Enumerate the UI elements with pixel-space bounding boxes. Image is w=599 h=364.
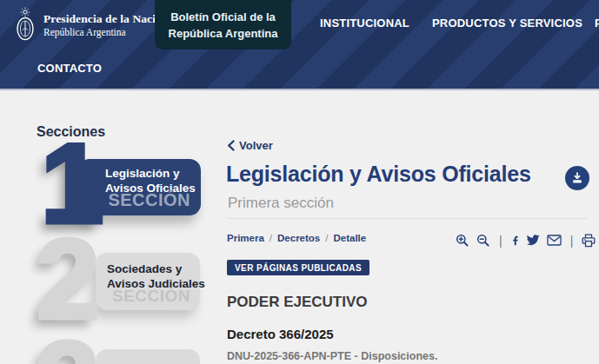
toolbar-separator: |: [569, 234, 576, 248]
page-subtitle: Primera sección: [228, 195, 334, 212]
print-icon[interactable]: [582, 234, 596, 248]
back-label: Volver: [239, 139, 273, 152]
section-tag: SECCIÓN: [108, 190, 190, 210]
nav-item-institucional[interactable]: INSTITUCIONAL: [320, 17, 409, 30]
top-navigation: Presidencia de la Nación República Argen…: [0, 0, 599, 90]
download-icon: [571, 172, 583, 184]
toolbar-separator: |: [497, 234, 504, 248]
content-divider: [227, 218, 588, 219]
nav-item-productos-y-servicios[interactable]: PRODUCTOS Y SERVICIOS: [432, 17, 582, 30]
back-link[interactable]: Volver: [227, 139, 273, 152]
chevron-left-icon: [227, 140, 235, 151]
decree-subtitle: DNU-2025-366-APN-PTE - Disposiciones.: [227, 350, 437, 362]
breadcrumb-separator: /: [325, 233, 328, 243]
brand-tab-line2: República Argentina: [169, 25, 278, 42]
presidencia-logo[interactable]: Presidencia de la Nación República Argen…: [13, 7, 169, 43]
breadcrumb-primera[interactable]: Primera: [227, 233, 264, 243]
email-icon[interactable]: [547, 235, 562, 246]
twitter-icon[interactable]: [526, 235, 540, 246]
sidebar-item-sociedades-y-avisos-judiciales[interactable]: Sociedades y Avisos Judiciales SECCIÓN: [96, 253, 200, 310]
facebook-icon[interactable]: [511, 234, 519, 248]
argentina-coat-of-arms-icon: [13, 7, 37, 43]
section-3-numeral: 3: [37, 325, 99, 364]
page-title: Legislación y Avisos Oficiales: [226, 162, 531, 187]
poder-ejecutivo-heading: PODER EJECUTIVO: [227, 294, 368, 311]
ver-paginas-publicadas-button[interactable]: VER PÁGINAS PUBLICADAS: [227, 260, 369, 275]
decree-list-item[interactable]: Decreto 366/2025 DNU-2025-366-APN-PTE - …: [227, 327, 437, 362]
logo-title: Presidencia de la Nación: [43, 12, 169, 26]
page-toolbar: | |: [456, 232, 596, 248]
boletin-oficial-page: Presidencia de la Nación República Argen…: [0, 0, 599, 364]
logo-subtitle: República Argentina: [43, 27, 169, 37]
breadcrumb-decretos[interactable]: Decretos: [277, 233, 320, 243]
breadcrumb: Primera / Decretos / Detalle: [227, 233, 366, 243]
sidebar-item-section-3[interactable]: [96, 349, 200, 364]
nav-item-contacto[interactable]: CONTACTO: [37, 62, 102, 75]
breadcrumb-detalle[interactable]: Detalle: [333, 233, 366, 243]
brand-tab-line1: Boletín Oficial de la: [170, 9, 276, 25]
nav-item-truncated[interactable]: P: [595, 17, 599, 30]
zoom-out-icon[interactable]: [476, 234, 490, 248]
breadcrumb-separator: /: [270, 233, 272, 243]
section-label-line: Legislación y: [105, 167, 190, 182]
download-button[interactable]: [565, 166, 589, 190]
section-label-line: Sociedades y: [107, 262, 191, 277]
zoom-in-icon[interactable]: [456, 234, 469, 248]
section-tag: SECCIÓN: [112, 287, 190, 306]
decree-title: Decreto 366/2025: [227, 327, 437, 341]
tab-boletin-oficial[interactable]: Boletín Oficial de la República Argentin…: [155, 0, 291, 50]
